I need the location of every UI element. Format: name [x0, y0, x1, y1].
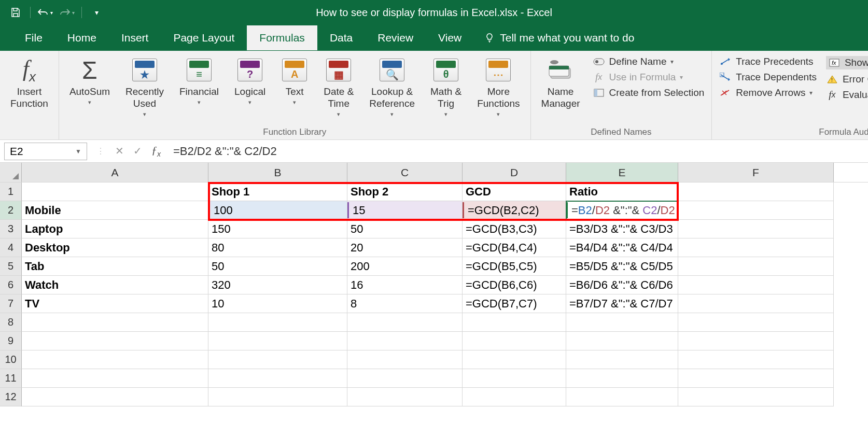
cell-C1[interactable]: Shop 2 — [347, 182, 463, 201]
undo-button[interactable]: ▾ — [36, 3, 54, 22]
row-header-11[interactable]: 11 — [0, 369, 22, 388]
tab-page-layout[interactable]: Page Layout — [161, 25, 247, 50]
cell-A9[interactable] — [22, 332, 208, 350]
row-header-10[interactable]: 10 — [0, 350, 22, 369]
cell-D3[interactable]: =GCD(B3,C3) — [463, 220, 566, 238]
cell-C11[interactable] — [347, 369, 463, 388]
cell-D12[interactable] — [463, 388, 566, 406]
col-header-B[interactable]: B — [208, 163, 347, 182]
cell-B3[interactable]: 150 — [208, 220, 347, 238]
cancel-formula-button[interactable]: ✕ — [115, 145, 124, 157]
tab-insert[interactable]: Insert — [109, 25, 161, 50]
cell-E3[interactable]: =B3/D3 &":"& C3/D3 — [566, 220, 678, 238]
tab-view[interactable]: View — [426, 25, 474, 50]
cell-C7[interactable]: 8 — [347, 294, 463, 313]
logical-button[interactable]: ?Logical▾ — [227, 53, 273, 109]
cell-A6[interactable]: Watch — [22, 276, 208, 294]
cell-A11[interactable] — [22, 369, 208, 388]
cell-C2[interactable]: 15 — [347, 201, 463, 220]
show-formulas-button[interactable]: fxShow — [826, 56, 868, 69]
cell-E11[interactable] — [566, 369, 678, 388]
tab-file[interactable]: File — [12, 25, 55, 50]
text-button[interactable]: AText▾ — [274, 53, 315, 109]
col-header-E[interactable]: E — [566, 163, 678, 182]
cell-D8[interactable] — [463, 313, 566, 332]
cell-C5[interactable]: 200 — [347, 257, 463, 276]
cell-C3[interactable]: 50 — [347, 220, 463, 238]
cell-B6[interactable]: 320 — [208, 276, 347, 294]
cell-F10[interactable] — [678, 350, 834, 369]
col-header-F[interactable]: F — [678, 163, 834, 182]
row-header-8[interactable]: 8 — [0, 313, 22, 332]
more-button[interactable]: ⋯More Functions▾ — [470, 53, 527, 121]
save-button[interactable] — [6, 3, 25, 22]
tell-me-box[interactable]: Tell me what you want to do — [484, 32, 634, 44]
cell-D6[interactable]: =GCD(B6,C6) — [463, 276, 566, 294]
use-in-formula-button[interactable]: fxUse in Formula▾ — [593, 72, 705, 83]
cell-A12[interactable] — [22, 388, 208, 406]
formula-input[interactable] — [168, 143, 864, 160]
cell-A8[interactable] — [22, 313, 208, 332]
cell-F4[interactable] — [678, 238, 834, 257]
row-header-7[interactable]: 7 — [0, 294, 22, 313]
row-header-6[interactable]: 6 — [0, 276, 22, 294]
cell-E6[interactable]: =B6/D6 &":"& C6/D6 — [566, 276, 678, 294]
create-from-selection-button[interactable]: Create from Selection — [593, 87, 705, 99]
cell-D9[interactable] — [463, 332, 566, 350]
row-header-1[interactable]: 1 — [0, 182, 22, 201]
cell-C6[interactable]: 16 — [347, 276, 463, 294]
cell-F12[interactable] — [678, 388, 834, 406]
select-all-cell[interactable] — [0, 163, 22, 182]
name-box[interactable]: E2▼ — [4, 143, 87, 160]
cell-A3[interactable]: Laptop — [22, 220, 208, 238]
tab-review[interactable]: Review — [365, 25, 426, 50]
cell-F2[interactable] — [678, 201, 834, 220]
cell-E1[interactable]: Ratio — [566, 182, 678, 201]
row-header-3[interactable]: 3 — [0, 220, 22, 238]
cell-B5[interactable]: 50 — [208, 257, 347, 276]
cell-C12[interactable] — [347, 388, 463, 406]
cell-B4[interactable]: 80 — [208, 238, 347, 257]
cell-A7[interactable]: TV — [22, 294, 208, 313]
cell-E10[interactable] — [566, 350, 678, 369]
remove-arrows-button[interactable]: Remove Arrows ▾ — [719, 87, 817, 99]
cell-E9[interactable] — [566, 332, 678, 350]
row-header-12[interactable]: 12 — [0, 388, 22, 406]
evaluate-formula-button[interactable]: fxEvalua — [826, 89, 868, 101]
customize-qat-button[interactable]: ▾ — [87, 3, 106, 22]
autosum-button[interactable]: ΣAutoSum▾ — [62, 53, 117, 109]
cell-D2[interactable]: =GCD(B2,C2) — [463, 201, 566, 220]
cell-D5[interactable]: =GCD(B5,C5) — [463, 257, 566, 276]
define-name-button[interactable]: Define Name ▾ — [593, 56, 705, 67]
cell-A1[interactable] — [22, 182, 208, 201]
cell-C10[interactable] — [347, 350, 463, 369]
cell-B7[interactable]: 10 — [208, 294, 347, 313]
spreadsheet-grid[interactable]: ABCDEF 123456789101112 Shop 1Shop 2GCDRa… — [0, 163, 868, 406]
cell-F6[interactable] — [678, 276, 834, 294]
cell-B11[interactable] — [208, 369, 347, 388]
cell-D4[interactable]: =GCD(B4,C4) — [463, 238, 566, 257]
col-header-A[interactable]: A — [22, 163, 208, 182]
lookup--button[interactable]: 🔍Lookup & Reference▾ — [362, 53, 422, 121]
date--button[interactable]: ▦Date & Time▾ — [316, 53, 361, 121]
financial-button[interactable]: ≡Financial▾ — [172, 53, 226, 109]
math--button[interactable]: θMath & Trig▾ — [423, 53, 469, 121]
cell-C9[interactable] — [347, 332, 463, 350]
name-manager-button[interactable]: Name Manager — [534, 53, 587, 113]
cell-B1[interactable]: Shop 1 — [208, 182, 347, 201]
cell-E2[interactable]: =B2/D2 &":"& C2/D2 — [566, 201, 678, 220]
cell-E4[interactable]: =B4/D4 &":"& C4/D4 — [566, 238, 678, 257]
cell-E5[interactable]: =B5/D5 &":"& C5/D5 — [566, 257, 678, 276]
enter-formula-button[interactable]: ✓ — [133, 145, 142, 157]
cell-F11[interactable] — [678, 369, 834, 388]
cell-D10[interactable] — [463, 350, 566, 369]
cell-B10[interactable] — [208, 350, 347, 369]
cell-F8[interactable] — [678, 313, 834, 332]
col-header-D[interactable]: D — [463, 163, 566, 182]
row-header-9[interactable]: 9 — [0, 332, 22, 350]
cell-E7[interactable]: =B7/D7 &":"& C7/D7 — [566, 294, 678, 313]
row-header-4[interactable]: 4 — [0, 238, 22, 257]
cell-C4[interactable]: 20 — [347, 238, 463, 257]
cell-A4[interactable]: Desktop — [22, 238, 208, 257]
cell-D7[interactable]: =GCD(B7,C7) — [463, 294, 566, 313]
